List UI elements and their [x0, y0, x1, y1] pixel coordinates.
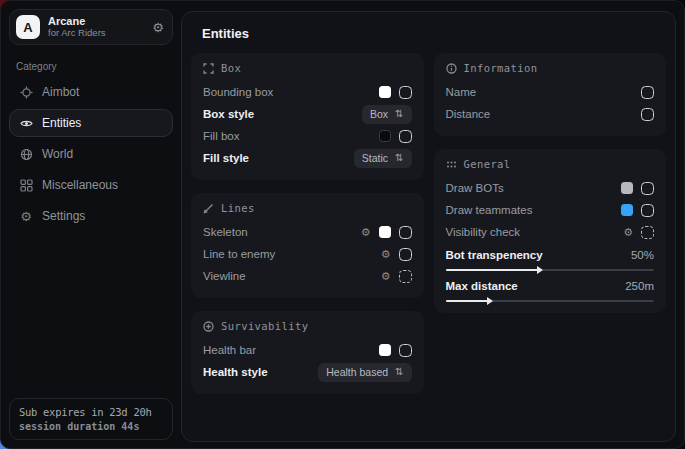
visibility-check-checkbox[interactable]: [641, 226, 654, 239]
line-to-enemy-settings-icon[interactable]: ⚙: [381, 249, 391, 260]
gear-icon: ⚙: [19, 209, 33, 224]
draw-teammates-checkbox[interactable]: [641, 204, 654, 217]
row-viewline: Viewline ⚙: [203, 265, 412, 287]
app-header: A Arcane for Arc Riders ⚙: [9, 9, 173, 45]
health-icon: [203, 321, 214, 332]
draw-bots-checkbox[interactable]: [641, 182, 654, 195]
distance-checkbox[interactable]: [641, 108, 654, 121]
subscription-card: Sub expires in 23d 20h session duration …: [9, 398, 173, 440]
row-bounding-box: Bounding box: [203, 81, 412, 103]
eye-icon: [19, 117, 33, 130]
skeleton-color-swatch[interactable]: [379, 226, 391, 238]
bounding-box-checkbox[interactable]: [399, 86, 412, 99]
row-draw-teammates: Draw teammates: [446, 199, 655, 221]
slider-fill: [446, 300, 492, 302]
row-label: Draw BOTs: [446, 182, 504, 194]
panel-lines: Lines Skeleton ⚙ Line to enemy ⚙: [191, 193, 424, 298]
sidebar-item-settings[interactable]: ⚙ Settings: [9, 202, 173, 230]
box-style-dropdown[interactable]: Box ⇅: [362, 105, 411, 124]
row-label: Max distance: [446, 280, 518, 292]
sidebar-item-miscellaneous[interactable]: Miscellaneous: [9, 171, 173, 199]
row-label: Viewline: [203, 270, 246, 282]
row-health-bar: Health bar: [203, 339, 412, 361]
app-subtitle: for Arc Riders: [48, 28, 144, 39]
skeleton-checkbox[interactable]: [399, 226, 412, 239]
health-bar-checkbox[interactable]: [399, 344, 412, 357]
info-icon: [446, 63, 457, 74]
pencil-icon: [203, 203, 214, 214]
sidebar-item-aimbot[interactable]: Aimbot: [9, 78, 173, 106]
dots-grid-icon: [446, 159, 457, 170]
name-checkbox[interactable]: [641, 86, 654, 99]
panel-title: Information: [464, 62, 538, 74]
health-style-dropdown[interactable]: Health based ⇅: [318, 363, 411, 382]
sidebar-item-world[interactable]: World: [9, 140, 173, 168]
viewline-checkbox[interactable]: [399, 270, 412, 283]
row-name: Name: [446, 81, 655, 103]
draw-teammates-color-swatch[interactable]: [621, 204, 633, 216]
panel-title: Lines: [221, 202, 255, 214]
sidebar-item-label: World: [42, 147, 73, 161]
row-label: Fill box: [203, 130, 239, 142]
row-label: Draw teammates: [446, 204, 533, 216]
sidebar-item-entities[interactable]: Entities: [9, 109, 173, 137]
app-logo-letter: A: [23, 20, 32, 35]
fill-style-dropdown[interactable]: Static ⇅: [354, 149, 412, 168]
row-distance: Distance: [446, 103, 655, 125]
sidebar-item-label: Miscellaneous: [42, 178, 118, 192]
session-duration-text: session duration 44s: [19, 421, 163, 432]
chevrons-updown-icon: ⇅: [395, 367, 403, 377]
row-box-style: Box style Box ⇅: [203, 103, 412, 125]
row-label: Health bar: [203, 344, 256, 356]
box-corners-icon: [203, 63, 214, 74]
row-label: Distance: [446, 108, 491, 120]
row-fill-style: Fill style Static ⇅: [203, 147, 412, 169]
sidebar: A Arcane for Arc Riders ⚙ Category Aimbo…: [1, 1, 181, 448]
row-label: Health style: [203, 366, 268, 378]
header-gear-icon[interactable]: ⚙: [152, 20, 164, 35]
row-label: Bounding box: [203, 86, 273, 98]
cheat-menu-window: A Arcane for Arc Riders ⚙ Category Aimbo…: [0, 0, 685, 449]
panel-title: General: [464, 158, 511, 170]
bot-transparency-value: 50%: [631, 249, 654, 261]
fill-box-checkbox[interactable]: [399, 130, 412, 143]
row-skeleton: Skeleton ⚙: [203, 221, 412, 243]
row-label: Visibility check: [446, 226, 521, 238]
page-title: Entities: [182, 12, 675, 51]
health-bar-color-swatch[interactable]: [379, 344, 391, 356]
row-draw-bots: Draw BOTs: [446, 177, 655, 199]
visibility-check-settings-icon[interactable]: ⚙: [623, 227, 633, 238]
panel-box: Box Bounding box Box style Box ⇅: [191, 53, 424, 180]
chevrons-updown-icon: ⇅: [395, 153, 403, 163]
bounding-box-color-swatch[interactable]: [379, 86, 391, 98]
viewline-settings-icon[interactable]: ⚙: [381, 271, 391, 282]
bot-transparency-slider[interactable]: [446, 269, 655, 271]
panel-survivability: Survivability Health bar Health style He…: [191, 311, 424, 394]
globe-icon: [19, 148, 33, 161]
row-label: Line to enemy: [203, 248, 275, 260]
draw-bots-color-swatch[interactable]: [621, 182, 633, 194]
row-fill-box: Fill box: [203, 125, 412, 147]
panel-general: General Draw BOTs Draw teammates: [434, 149, 667, 313]
skeleton-settings-icon[interactable]: ⚙: [361, 227, 371, 238]
chevrons-updown-icon: ⇅: [395, 109, 403, 119]
app-logo: A: [16, 15, 40, 39]
line-to-enemy-checkbox[interactable]: [399, 248, 412, 261]
main-content: Entities Box Bounding box: [181, 11, 676, 442]
sidebar-item-label: Settings: [42, 209, 85, 223]
row-label: Box style: [203, 108, 254, 120]
sub-expires-text: Sub expires in 23d 20h: [19, 406, 163, 418]
crosshair-icon: [19, 86, 33, 99]
row-label: Skeleton: [203, 226, 248, 238]
row-max-distance: Max distance 250m: [446, 277, 655, 302]
max-distance-value: 250m: [625, 280, 654, 292]
max-distance-slider[interactable]: [446, 300, 655, 302]
row-line-to-enemy: Line to enemy ⚙: [203, 243, 412, 265]
panel-title: Box: [221, 62, 241, 74]
sidebar-nav: Aimbot Entities World: [9, 78, 173, 230]
sidebar-item-label: Aimbot: [42, 85, 79, 99]
fill-box-color-swatch[interactable]: [379, 130, 391, 142]
row-label: Name: [446, 86, 477, 98]
sidebar-item-label: Entities: [42, 116, 81, 130]
category-label: Category: [16, 61, 173, 72]
